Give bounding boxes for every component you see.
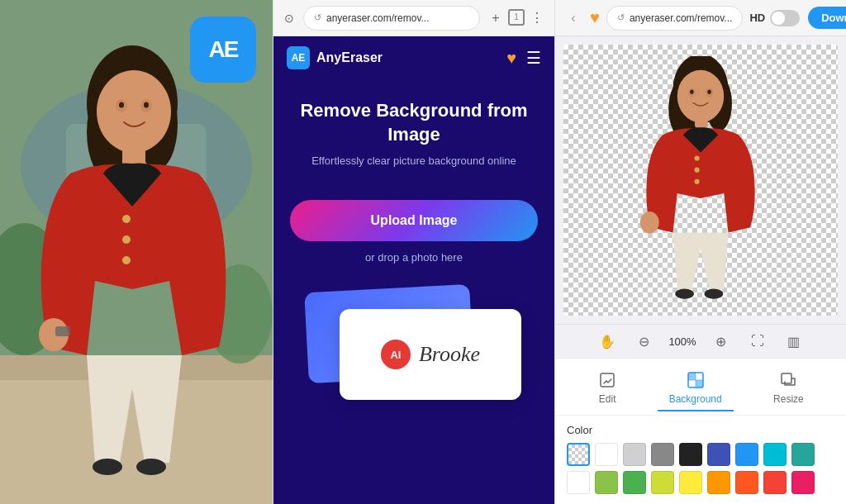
white-swatch[interactable]	[595, 443, 618, 466]
back-button[interactable]: ‹	[563, 8, 583, 28]
dark-blue-swatch[interactable]	[707, 443, 730, 466]
svg-point-36	[690, 90, 693, 94]
svg-point-13	[122, 235, 131, 244]
pink-swatch[interactable]	[791, 471, 815, 494]
svg-point-31	[695, 179, 700, 184]
resize-icon	[778, 370, 798, 390]
tools-section: Edit Background	[555, 358, 846, 504]
edit-tool[interactable]: Edit	[586, 365, 629, 411]
toggle-knob	[772, 12, 785, 25]
right-header-actions: HD Download	[749, 7, 846, 29]
hero-subtitle: Effortlessly clear picture background on…	[290, 155, 538, 167]
resize-tool[interactable]: Resize	[762, 365, 815, 411]
app-logo: AE AnyEraser	[287, 46, 506, 69]
browser-nav-icons: ⊙	[282, 11, 297, 26]
resize-label: Resize	[773, 393, 804, 405]
card-front: AI Brooke	[340, 309, 521, 400]
orange-swatch[interactable]	[707, 471, 730, 494]
app-header-actions: ♥ ☰	[506, 48, 541, 68]
edit-label: Edit	[599, 393, 616, 405]
color-section: Color	[555, 416, 846, 504]
compare-button[interactable]: ▥	[782, 330, 806, 353]
svg-point-20	[144, 102, 149, 108]
result-image-area	[555, 36, 846, 324]
ai-badge: AI	[381, 340, 411, 369]
yellow-green-swatch[interactable]	[651, 471, 674, 494]
svg-rect-44	[782, 373, 791, 383]
browser-bar-right: ‹ ♥ ↺ anyeraser.com/remov... HD Download	[555, 0, 846, 36]
tab-count[interactable]: 1	[508, 9, 525, 26]
tools-row: Edit Background	[555, 359, 846, 416]
background-tool[interactable]: Background	[658, 365, 734, 411]
drop-hint: or drop a photo here	[290, 251, 538, 264]
light-green-swatch[interactable]	[595, 471, 618, 494]
card-stack: Brooke AI Brooke	[290, 288, 538, 404]
gray-swatch[interactable]	[651, 443, 674, 466]
new-tab-icon[interactable]: +	[487, 9, 505, 27]
black-swatch[interactable]	[679, 443, 702, 466]
browser-action-buttons: + 1 ⋮	[487, 9, 546, 27]
svg-point-37	[707, 90, 711, 94]
green-swatch[interactable]	[623, 471, 646, 494]
yellow-swatch[interactable]	[679, 471, 702, 494]
app-logo-icon: AE	[287, 46, 310, 69]
more-options-icon[interactable]: ⋮	[528, 9, 546, 27]
pan-tool-button[interactable]: ✋	[596, 330, 619, 353]
browser-back-icon[interactable]: ⊙	[282, 11, 297, 26]
background-icon	[686, 370, 706, 390]
url-text-middle: anyeraser.com/remov...	[326, 12, 430, 24]
nav-buttons: ‹	[563, 8, 583, 28]
red-swatch[interactable]	[763, 471, 787, 494]
favorite-icon-right[interactable]: ♥	[590, 8, 600, 27]
svg-rect-43	[696, 380, 703, 388]
svg-point-30	[695, 168, 700, 173]
transparent-swatch[interactable]	[567, 443, 590, 466]
svg-point-29	[695, 155, 700, 160]
ae-logo-text: AE	[209, 36, 238, 63]
svg-point-12	[122, 215, 131, 223]
app-header: AE AnyEraser ♥ ☰	[273, 36, 554, 79]
ae-logo: AE	[190, 17, 256, 83]
woman-cutout-svg	[626, 56, 775, 304]
woman-removed	[563, 45, 838, 316]
reload-icon-right: ↺	[617, 12, 625, 23]
favorite-icon[interactable]: ♥	[506, 49, 516, 68]
svg-rect-40	[601, 373, 614, 387]
red-orange-swatch[interactable]	[735, 471, 758, 494]
svg-point-19	[119, 102, 124, 108]
download-button[interactable]: Download	[808, 7, 846, 29]
svg-point-21	[93, 459, 122, 475]
svg-point-38	[675, 288, 694, 298]
upload-image-button[interactable]: Upload Image	[290, 200, 538, 241]
url-bar-middle[interactable]: ↺ anyeraser.com/remov...	[303, 6, 480, 31]
cyan-swatch[interactable]	[763, 443, 787, 466]
teal-swatch[interactable]	[791, 443, 815, 466]
fit-screen-button[interactable]: ⛶	[746, 330, 769, 353]
zoom-out-button[interactable]: ⊖	[632, 330, 655, 353]
browser-bar-middle: ⊙ ↺ anyeraser.com/remov... + 1 ⋮	[273, 0, 554, 36]
url-bar-right[interactable]: ↺ anyeraser.com/remov...	[606, 6, 744, 31]
light-gray-swatch[interactable]	[623, 443, 646, 466]
hd-toggle-switch[interactable]	[770, 10, 800, 26]
svg-rect-23	[55, 326, 70, 336]
hero-title: Remove Background from Image	[290, 99, 538, 146]
zoom-in-button[interactable]: ⊕	[710, 330, 733, 353]
svg-point-32	[640, 212, 659, 233]
svg-rect-42	[688, 373, 696, 380]
upload-section: Upload Image or drop a photo here	[273, 183, 554, 280]
hero-section: Remove Background from Image Effortlessl…	[273, 79, 554, 183]
zoom-level: 100%	[668, 335, 696, 348]
blue-swatch[interactable]	[735, 443, 758, 466]
app-name: AnyEraser	[316, 50, 383, 65]
svg-point-22	[136, 459, 166, 475]
svg-point-16	[97, 70, 171, 153]
edit-icon	[597, 370, 617, 390]
preview-section: Brooke AI Brooke	[273, 280, 554, 504]
hamburger-menu-icon[interactable]: ☰	[526, 48, 541, 68]
woman-figure	[4, 33, 269, 504]
reload-icon: ↺	[314, 12, 321, 23]
background-label: Background	[669, 393, 722, 405]
card-front-text: Brooke	[419, 342, 480, 367]
svg-point-33	[677, 70, 724, 123]
white2-swatch[interactable]	[567, 471, 590, 494]
